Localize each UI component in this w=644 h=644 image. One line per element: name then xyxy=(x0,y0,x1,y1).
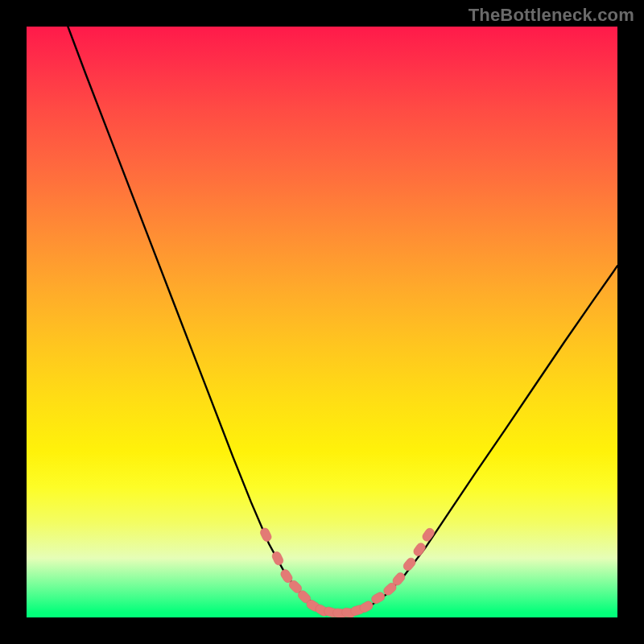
marker-point xyxy=(402,556,417,572)
marker-point xyxy=(370,591,386,605)
curve-right-branch xyxy=(343,266,617,613)
chart-frame: TheBottleneck.com xyxy=(0,0,644,644)
watermark-text: TheBottleneck.com xyxy=(469,5,634,26)
plot-area xyxy=(27,27,617,617)
marker-point xyxy=(421,526,436,543)
chart-svg xyxy=(27,27,617,617)
marker-point xyxy=(259,526,273,543)
marker-point xyxy=(412,541,427,557)
highlighted-markers xyxy=(259,526,436,617)
curve-left-branch xyxy=(68,27,342,613)
